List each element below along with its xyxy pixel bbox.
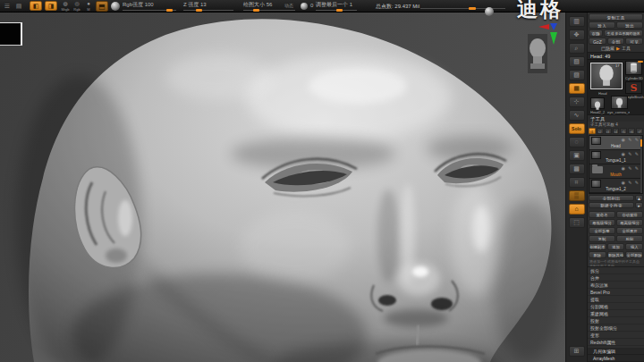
subtool-button-删除[interactable]: 删除 [589,251,606,258]
subtool-tab-t6[interactable]: t6 [628,128,635,134]
subtool-button-追加[interactable]: 追加 [607,243,625,250]
slider-track[interactable] [183,10,233,11]
subtool-row-icons[interactable]: ◉ ✎ ✎ [621,151,640,156]
goz-visible-button[interactable]: 可见 [625,38,643,45]
hidden-tool-row[interactable]: 已隐藏 ▶ 工具 [588,45,644,52]
section-Bevel Pro[interactable]: Bevel Pro [588,289,644,296]
zoom-icon[interactable]: ⌕ [569,43,585,54]
subtool-tab-t4[interactable]: t4 [613,128,620,134]
draw-mode-button[interactable]: ◨ [45,1,57,11]
xpose-icon[interactable]: ⌗ [569,177,585,188]
solo-button[interactable]: Solo [569,123,585,134]
section-布尔运算[interactable]: 布尔运算 [588,282,644,289]
gizmo-icon[interactable]: ⊞ [569,346,585,357]
section-投射[interactable]: 投射 [588,317,644,324]
goz-all-button[interactable]: 全部 [607,38,625,45]
slider-thumb[interactable] [336,9,343,12]
subtool-tab-t3[interactable]: t3 [605,128,612,134]
import-button[interactable]: 导入 [589,21,615,29]
new-folder-button[interactable]: 新建文件夹 [589,202,634,208]
subtool-row-icons[interactable]: ◉ ✎ ✎ [621,137,640,142]
tool-thumb-Head2_2[interactable] [590,97,605,109]
local-sym-icon[interactable]: ∿ [569,110,585,121]
material-sphere-icon[interactable] [111,2,120,11]
menu-icon[interactable]: ☰ [3,2,12,11]
mode-toggle-rgb[interactable]: ◎Rgb [72,1,82,12]
subtool-row-Tongue1_2[interactable]: ◉ ✎ ✎Tongue1_2 [589,179,642,193]
subtool-button-重命名[interactable]: 重命名 [589,211,615,218]
edit-mode-button[interactable]: ◧ [30,1,42,11]
section-Redshift属性[interactable]: Redshift属性 [588,339,644,346]
subtool-row-Head[interactable]: ◉ ✎ ✎Head [589,136,642,150]
section-合并[interactable]: 合并 [588,274,644,282]
sculpted-head-model[interactable] [0,13,565,362]
list-all-button[interactable]: 全部列出 [589,195,634,201]
subtool-button-最低级细分[interactable]: 最低级细分 [589,219,615,226]
palette-ArrayMesh[interactable]: ArrayMesh [588,355,644,362]
subtool-row-Mouth[interactable]: ◉ ✎ ✎Mouth [589,164,642,179]
subtool-scrollbar[interactable] [640,136,642,193]
subtool-button-全部删除[interactable]: 全部删除 [625,251,643,258]
slider-thumb[interactable] [166,9,173,12]
polyframe-icon[interactable]: ▩ [569,164,585,174]
slider-0[interactable]: Rgb强度 100 [123,0,176,13]
subtool-row-icons[interactable]: ◉ ✎ ✎ [621,180,640,185]
slider-track[interactable] [243,10,295,11]
dynamic-persp-icon[interactable]: ◌ [569,137,585,147]
scroll-icon[interactable]: ✥ [569,29,585,40]
export-button[interactable]: 导出 [616,21,643,29]
section-分割网格[interactable]: 分割网格 [588,303,644,310]
slider-thumb[interactable] [253,9,259,12]
subtool-button-删除其他[interactable]: 删除其他 [607,251,625,258]
persp-icon[interactable]: ▦ [569,83,585,94]
subtool-tab-t2[interactable]: t2 [597,128,604,134]
slider-thumb[interactable] [196,9,202,12]
tool-thumb-eye_cornea_me[interactable] [611,96,628,109]
actual-size-icon[interactable]: ▧ [569,56,585,67]
floor-grid-icon[interactable]: ⊹ [569,97,585,107]
copy-tool-button[interactable]: 复制工具 [589,13,643,21]
tool-thumb-SimpleBrush[interactable]: S [625,81,642,94]
section-拆分[interactable]: 拆分 [588,267,644,274]
section-重建网格[interactable]: 重建网格 [588,310,644,317]
list-stepper[interactable]: ▲ [635,195,643,201]
slider-3[interactable]: 调整最后一个 1 [316,0,357,13]
mode-toggle-m[interactable]: ●M [83,1,94,12]
extra-slider-thumb[interactable] [469,7,476,10]
clone-button[interactable]: 克隆 [589,29,603,37]
sculpt-canvas[interactable] [0,13,565,362]
new-folder-icon[interactable]: ▸ [635,202,643,208]
thumb-scrollbar[interactable] [638,61,643,63]
subtool-button-自动重排[interactable]: 自动重排 [616,211,643,218]
frame-border-icon[interactable]: ⬚ [569,217,585,228]
subtool-row-icons[interactable]: ◉ ✎ ✎ [621,165,640,171]
section-提取[interactable]: 提取 [588,296,644,303]
subtool-tab-t7[interactable]: t7 [636,128,643,134]
subtool-button-粘贴[interactable]: 粘贴 [616,235,643,242]
subtool-row-Tongue1_1[interactable]: ◉ ✎ ✎Tongue1_1 [589,150,642,164]
frame-mesh-icon[interactable]: ▣ [569,150,585,161]
section-投射全部细分[interactable]: 投射全部细分 [588,324,644,332]
mode-toggle-mrgb[interactable]: ◍Mrgb [60,1,71,12]
camview-widget[interactable] [526,21,562,75]
ghost-icon[interactable]: ⌂ [569,204,585,215]
stroke-icon[interactable]: ▤ [14,2,23,11]
zadd-button[interactable]: ⬒ [96,1,108,12]
slider-1[interactable]: Z 强度 13 [183,0,233,13]
transp-icon[interactable]: ▒ [569,190,585,201]
subtool-button-最高级细分[interactable]: 最高级细分 [616,219,643,226]
subtool-tab-t5[interactable]: t5 [620,128,627,134]
tool-thumb-Cylinder3D[interactable] [625,61,642,75]
subtool-button-插入[interactable]: 插入 [625,243,643,250]
focal-shift-icon[interactable] [301,3,308,10]
dynamic-mode-label[interactable]: 动态 [284,3,293,8]
bpr-render-icon[interactable]: ▥ [569,16,585,27]
subtool-button-全部展开[interactable]: 全部展开 [616,227,643,234]
section-变形[interactable]: 变形 [588,332,644,339]
subtool-button-全部折叠[interactable]: 全部折叠 [589,227,615,234]
subtool-button-复制[interactable]: 复制 [589,235,615,242]
color-swatch[interactable] [0,22,22,46]
make-polymesh-button[interactable]: 生成 多边形网格物体 [604,29,643,37]
aa-half-icon[interactable]: ▨ [569,70,585,80]
subtool-button-创建副本[interactable]: 创建副本 [589,243,606,250]
